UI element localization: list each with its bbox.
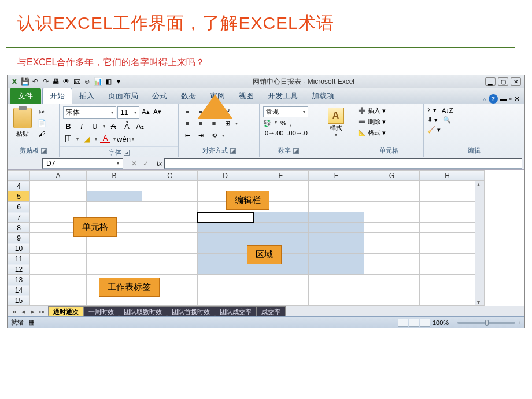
col-header-B[interactable]: B: [87, 171, 142, 181]
tab-addins[interactable]: 加载项: [305, 88, 341, 104]
view-layout-icon[interactable]: [409, 319, 419, 327]
sort-icon[interactable]: A↓Z: [442, 107, 453, 114]
face-icon[interactable]: ☺: [83, 77, 92, 86]
mail-icon[interactable]: 🖂: [72, 77, 82, 86]
tab-home[interactable]: 开始: [42, 88, 72, 104]
sheet-tab[interactable]: 团队首拨时效: [167, 306, 215, 317]
format-painter-icon[interactable]: 🖌: [36, 130, 47, 139]
cell-styles-button[interactable]: A 样式 ▾: [324, 106, 348, 139]
zoom-out-button[interactable]: −: [451, 319, 455, 326]
super-button[interactable]: Ả: [121, 121, 132, 131]
grow-font-icon[interactable]: A▴: [141, 106, 151, 117]
italic-button[interactable]: I: [76, 121, 87, 131]
sheet-nav-first[interactable]: ⏮: [10, 308, 18, 316]
cell-B5[interactable]: [87, 191, 142, 202]
sum-button[interactable]: Σ ▾ A↓Z: [427, 106, 453, 114]
alignment-launcher[interactable]: [230, 148, 236, 154]
zoom-value[interactable]: 100%: [433, 319, 449, 326]
font-color-button[interactable]: A: [100, 135, 110, 143]
currency-icon[interactable]: 💱: [263, 120, 271, 127]
file-tab[interactable]: 文件: [10, 88, 41, 104]
row-header[interactable]: 8: [8, 223, 30, 233]
bold-button[interactable]: B: [63, 121, 73, 131]
fill-button[interactable]: ◢: [82, 134, 92, 144]
insert-button[interactable]: ➕ 插入 ▾: [358, 106, 386, 115]
cut-icon[interactable]: ✂: [36, 108, 47, 117]
zoom-slider[interactable]: [457, 322, 515, 324]
col-header-F[interactable]: F: [309, 171, 364, 181]
doc-restore-icon[interactable]: ▫: [509, 95, 512, 103]
sheet-nav-last[interactable]: ⏭: [38, 308, 46, 316]
orientation-icon[interactable]: ⟲: [209, 131, 219, 140]
col-header-H[interactable]: H: [420, 171, 475, 181]
row-header[interactable]: 9: [8, 233, 30, 243]
indent-inc-icon[interactable]: ⇥: [195, 131, 206, 140]
view-normal-icon[interactable]: [398, 319, 408, 327]
enter-formula-icon[interactable]: ✓: [143, 160, 149, 168]
col-header-A[interactable]: A: [30, 171, 87, 181]
strike-button[interactable]: A: [108, 121, 119, 131]
sheet-tab[interactable]: 成交率: [256, 306, 286, 317]
find-icon[interactable]: 🔍: [443, 116, 451, 124]
preview-icon[interactable]: 👁: [62, 77, 71, 86]
doc-close-icon[interactable]: ✕: [514, 95, 520, 103]
align-center-icon[interactable]: ≡: [195, 119, 206, 128]
view-pagebreak-icon[interactable]: [420, 319, 430, 327]
tab-view[interactable]: 视图: [232, 88, 261, 104]
minimize-button[interactable]: ▁: [485, 77, 496, 86]
col-header-C[interactable]: C: [142, 171, 198, 181]
inc-decimal-icon[interactable]: .0→.00: [263, 130, 283, 136]
align-right-icon[interactable]: ≡: [209, 119, 219, 128]
format-button[interactable]: 📐 格式 ▾: [358, 128, 386, 137]
number-launcher[interactable]: [293, 148, 299, 154]
row-header[interactable]: 7: [8, 212, 30, 223]
formula-input[interactable]: [164, 158, 522, 169]
print-icon[interactable]: 🖶: [51, 77, 61, 86]
tab-page-layout[interactable]: 页面布局: [101, 88, 145, 104]
chart-icon[interactable]: 📊: [93, 77, 102, 86]
percent-icon[interactable]: %: [280, 120, 286, 127]
underline-more[interactable]: ▾: [103, 124, 105, 129]
select-all-corner[interactable]: [8, 171, 30, 181]
col-header-E[interactable]: E: [253, 171, 309, 181]
help-icon[interactable]: ?: [489, 94, 498, 104]
cell-D7[interactable]: [198, 212, 253, 223]
sheet-tab[interactable]: 团队取数时效: [119, 306, 167, 317]
row-header[interactable]: 6: [8, 202, 30, 212]
clipboard-launcher[interactable]: [41, 148, 47, 154]
macro-icon[interactable]: ▦: [28, 319, 34, 326]
indent-dec-icon[interactable]: ⇤: [182, 131, 193, 140]
border-button[interactable]: 田: [63, 134, 73, 144]
save-icon[interactable]: 💾: [20, 77, 29, 86]
tab-insert[interactable]: 插入: [72, 88, 101, 104]
font-name-select[interactable]: 宋体▾: [63, 106, 116, 119]
copy-icon[interactable]: 📄: [36, 119, 47, 128]
row-header[interactable]: 13: [8, 275, 30, 285]
font-launcher[interactable]: [124, 150, 130, 156]
pane-icon[interactable]: ◧: [104, 77, 113, 86]
restore-button[interactable]: ▢: [498, 77, 508, 86]
row-header[interactable]: 5: [8, 191, 30, 202]
tab-developer[interactable]: 开发工具: [261, 88, 305, 104]
clear-button[interactable]: 🧹 ▾: [427, 126, 453, 134]
zoom-in-button[interactable]: +: [518, 319, 521, 326]
font-size-select[interactable]: 11▾: [117, 106, 139, 119]
redo-icon[interactable]: ↷: [41, 77, 50, 86]
align-top-icon[interactable]: ≡: [182, 106, 193, 116]
minimize-ribbon-icon[interactable]: ▵: [483, 95, 486, 103]
number-format-select[interactable]: 常规▾: [263, 106, 308, 117]
fx-icon[interactable]: fx: [154, 160, 164, 168]
row-header[interactable]: 11: [8, 254, 30, 264]
row-header[interactable]: 4: [8, 181, 30, 191]
underline-button[interactable]: U: [90, 121, 100, 131]
vertical-scrollbar[interactable]: [475, 181, 484, 305]
sub-button[interactable]: A₂: [135, 121, 145, 131]
comma-icon[interactable]: ,: [290, 120, 291, 127]
shrink-font-icon[interactable]: A▾: [152, 106, 162, 117]
undo-icon[interactable]: ↶: [31, 77, 40, 86]
col-header-G[interactable]: G: [364, 171, 420, 181]
row-header[interactable]: 14: [8, 285, 30, 295]
delete-button[interactable]: ➖ 删除 ▾: [358, 117, 386, 126]
dec-decimal-icon[interactable]: .00→.0: [287, 130, 307, 136]
align-left-icon[interactable]: ≡: [182, 119, 193, 128]
